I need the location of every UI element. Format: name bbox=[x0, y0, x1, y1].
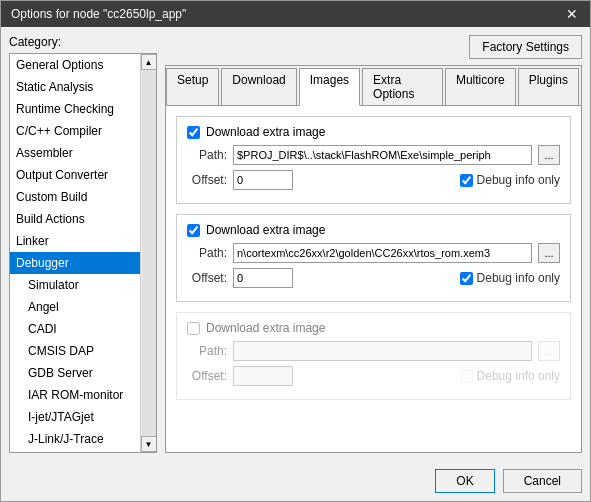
sidebar-scrollbar: ▲ ▼ bbox=[140, 54, 156, 452]
download-group-2: Download extra image Path: ... Offset: bbox=[176, 214, 571, 302]
sidebar-item-j-link-j-trace[interactable]: J-Link/J-Trace bbox=[10, 428, 140, 450]
group2-checkbox-label: Download extra image bbox=[206, 223, 325, 237]
factory-settings-row: Factory Settings bbox=[165, 35, 582, 59]
group2-path-row: Path: ... bbox=[187, 243, 560, 263]
factory-settings-button[interactable]: Factory Settings bbox=[469, 35, 582, 59]
sidebar-item-ti-stellaris[interactable]: TI Stellaris bbox=[10, 450, 140, 452]
download-group-1: Download extra image Path: ... Offset: bbox=[176, 116, 571, 204]
group2-browse-button[interactable]: ... bbox=[538, 243, 560, 263]
sidebar-item-assembler[interactable]: Assembler bbox=[10, 142, 140, 164]
ok-button[interactable]: OK bbox=[435, 469, 494, 493]
group3-path-label: Path: bbox=[187, 344, 227, 358]
sidebar-item-output-converter[interactable]: Output Converter bbox=[10, 164, 140, 186]
sidebar-list[interactable]: General OptionsStatic AnalysisRuntime Ch… bbox=[10, 54, 140, 452]
group2-offset-row: Offset: Debug info only bbox=[187, 268, 560, 288]
sidebar-item-gdb-server[interactable]: GDB Server bbox=[10, 362, 140, 384]
dialog-title: Options for node "cc2650lp_app" bbox=[11, 7, 186, 21]
group3-debug-checkbox bbox=[460, 370, 473, 383]
sidebar-item-custom-build[interactable]: Custom Build bbox=[10, 186, 140, 208]
tab-plugins[interactable]: Plugins bbox=[518, 68, 579, 105]
tab-panel: SetupDownloadImagesExtra OptionsMulticor… bbox=[165, 65, 582, 453]
dialog: Options for node "cc2650lp_app" ✕ Catego… bbox=[0, 0, 591, 502]
group3-path-input[interactable] bbox=[233, 341, 532, 361]
group1-path-label: Path: bbox=[187, 148, 227, 162]
dialog-body: Category: General OptionsStatic Analysis… bbox=[1, 27, 590, 461]
scroll-up-button[interactable]: ▲ bbox=[141, 54, 157, 70]
group3-header: Download extra image bbox=[187, 321, 560, 335]
tab-content: Download extra image Path: ... Offset: bbox=[166, 106, 581, 452]
group3-offset-row: Offset: Debug info only bbox=[187, 366, 560, 386]
group1-checkbox[interactable] bbox=[187, 126, 200, 139]
group1-browse-button[interactable]: ... bbox=[538, 145, 560, 165]
sidebar-item-debugger[interactable]: Debugger bbox=[10, 252, 140, 274]
sidebar-item-linker[interactable]: Linker bbox=[10, 230, 140, 252]
group1-offset-input[interactable] bbox=[233, 170, 293, 190]
group1-header: Download extra image bbox=[187, 125, 560, 139]
tab-download[interactable]: Download bbox=[221, 68, 296, 105]
group3-offset-input bbox=[233, 366, 293, 386]
tab-images[interactable]: Images bbox=[299, 68, 360, 106]
tab-multicore[interactable]: Multicore bbox=[445, 68, 516, 105]
group3-path-row: Path: ... bbox=[187, 341, 560, 361]
sidebar-item-build-actions[interactable]: Build Actions bbox=[10, 208, 140, 230]
group3-offset-label: Offset: bbox=[187, 369, 227, 383]
scroll-down-button[interactable]: ▼ bbox=[141, 436, 157, 452]
dialog-footer: OK Cancel bbox=[1, 461, 590, 501]
group3-browse-button: ... bbox=[538, 341, 560, 361]
group3-debug-check: Debug info only bbox=[460, 369, 560, 383]
sidebar-item-cmsis-dap[interactable]: CMSIS DAP bbox=[10, 340, 140, 362]
sidebar-item-static-analysis[interactable]: Static Analysis bbox=[10, 76, 140, 98]
group2-header: Download extra image bbox=[187, 223, 560, 237]
group2-debug-checkbox[interactable] bbox=[460, 272, 473, 285]
sidebar-item-iar-rom-monitor[interactable]: IAR ROM-monitor bbox=[10, 384, 140, 406]
group2-debug-label: Debug info only bbox=[477, 271, 560, 285]
group3-checkbox-label: Download extra image bbox=[206, 321, 325, 335]
group3-debug-label: Debug info only bbox=[477, 369, 560, 383]
group2-offset-label: Offset: bbox=[187, 271, 227, 285]
cancel-button[interactable]: Cancel bbox=[503, 469, 582, 493]
group2-debug-check: Debug info only bbox=[460, 271, 560, 285]
sidebar-item-c-c---compiler[interactable]: C/C++ Compiler bbox=[10, 120, 140, 142]
group1-debug-checkbox[interactable] bbox=[460, 174, 473, 187]
sidebar-item-general-options[interactable]: General Options bbox=[10, 54, 140, 76]
group1-path-input[interactable] bbox=[233, 145, 532, 165]
group2-offset-input[interactable] bbox=[233, 268, 293, 288]
tab-setup[interactable]: Setup bbox=[166, 68, 219, 105]
main-panel: Factory Settings SetupDownloadImagesExtr… bbox=[165, 35, 582, 453]
group3-checkbox[interactable] bbox=[187, 322, 200, 335]
sidebar-item-runtime-checking[interactable]: Runtime Checking bbox=[10, 98, 140, 120]
group1-checkbox-label: Download extra image bbox=[206, 125, 325, 139]
group1-offset-label: Offset: bbox=[187, 173, 227, 187]
group1-debug-check: Debug info only bbox=[460, 173, 560, 187]
group2-path-input[interactable] bbox=[233, 243, 532, 263]
tab-bar: SetupDownloadImagesExtra OptionsMulticor… bbox=[166, 66, 581, 106]
scroll-track[interactable] bbox=[142, 70, 156, 436]
sidebar-item-simulator[interactable]: Simulator bbox=[10, 274, 140, 296]
group1-path-row: Path: ... bbox=[187, 145, 560, 165]
download-group-3: Download extra image Path: ... Offset: bbox=[176, 312, 571, 400]
group2-checkbox[interactable] bbox=[187, 224, 200, 237]
category-label: Category: bbox=[9, 35, 157, 49]
title-bar: Options for node "cc2650lp_app" ✕ bbox=[1, 1, 590, 27]
sidebar-item-angel[interactable]: Angel bbox=[10, 296, 140, 318]
sidebar: Category: General OptionsStatic Analysis… bbox=[9, 35, 157, 453]
group1-offset-row: Offset: Debug info only bbox=[187, 170, 560, 190]
sidebar-item-i-jet-jtagjet[interactable]: I-jet/JTAGjet bbox=[10, 406, 140, 428]
close-button[interactable]: ✕ bbox=[564, 7, 580, 21]
group1-debug-label: Debug info only bbox=[477, 173, 560, 187]
group2-path-label: Path: bbox=[187, 246, 227, 260]
sidebar-scroll-wrapper: General OptionsStatic AnalysisRuntime Ch… bbox=[9, 53, 157, 453]
tab-extra-options[interactable]: Extra Options bbox=[362, 68, 443, 105]
sidebar-item-cadi[interactable]: CADI bbox=[10, 318, 140, 340]
